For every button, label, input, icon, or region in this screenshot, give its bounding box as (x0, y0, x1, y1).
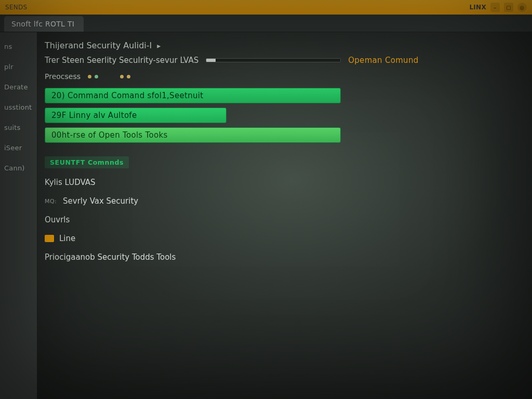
header-row-2: Trer Steen Seerlity Seculrity-sevur LVAS… (45, 56, 523, 65)
sidebar-item-6[interactable]: Cann) (0, 158, 37, 178)
titlebar-controls: LINX – ▢ ◎ (469, 3, 527, 12)
sidebar-item-0[interactable]: ns (0, 36, 37, 57)
sidebar-item-5[interactable]: iSeer (0, 138, 37, 158)
scan-progress (206, 58, 341, 62)
list-item-2[interactable]: Ouvrls (45, 215, 523, 224)
status-dot (127, 75, 130, 78)
window-titlebar: SENDS LINX – ▢ ◎ (0, 0, 532, 15)
result-bar-0[interactable]: 20) Command Comand sfol1,Seetnuit (45, 88, 341, 103)
status-dot (120, 75, 124, 78)
list-item-1[interactable]: MQ: Sevrly Vax Security (45, 196, 523, 206)
main-panel: Thijerand Security Aulidi-I ▸ Trer Steen… (37, 32, 532, 399)
status-dot (88, 75, 91, 78)
sidebar: ns plr Derate usstiont suits iSeer Cann) (0, 32, 37, 399)
expand-icon[interactable]: ▸ (157, 42, 161, 50)
status-dots-1 (88, 75, 98, 78)
result-bar-label: 29F Linny alv Aultofe (51, 111, 137, 120)
sidebar-item-2[interactable]: Derate (0, 77, 37, 97)
status-dots-2 (120, 75, 130, 78)
status-link[interactable]: Opeman Comund (348, 56, 418, 65)
header-row-1: Thijerand Security Aulidi-I ▸ (45, 41, 523, 50)
processes-label: Preocsess (45, 72, 81, 81)
sidebar-item-4[interactable]: suits (0, 117, 37, 138)
section-commands-label: SEUNTFT Comnnds (45, 156, 129, 168)
header-title: Thijerand Security Aulidi-I (45, 41, 152, 50)
minimize-button[interactable]: – (490, 3, 500, 12)
os-label: LINX (469, 4, 486, 11)
header-subtitle: Trer Steen Seerlity Seculrity-sevur LVAS (45, 56, 198, 65)
close-button[interactable]: ◎ (517, 3, 527, 12)
sidebar-item-3[interactable]: usstiont (0, 97, 37, 117)
tab-strip: Snoft lfc ROTL TI (0, 15, 532, 32)
list-item-label: Kylis LUDVAS (45, 178, 96, 187)
result-bar-1[interactable]: 29F Linny alv Aultofe (45, 108, 227, 123)
tab-title: Snoft lfc ROTL TI (11, 20, 74, 28)
list-item-label: Priocigaanob Security Todds Tools (45, 252, 176, 262)
list-item-4[interactable]: Priocigaanob Security Todds Tools (45, 252, 523, 262)
list-item-prefix: MQ: (45, 198, 57, 205)
maximize-button[interactable]: ▢ (504, 3, 513, 12)
warning-chip-icon (45, 235, 54, 242)
list-item-label: Line (59, 234, 75, 243)
sidebar-item-1[interactable]: plr (0, 57, 37, 77)
result-bar-label: 20) Command Comand sfol1,Seetnuit (51, 91, 203, 100)
list-item-label: Ouvrls (45, 215, 70, 224)
list-item-0[interactable]: Kylis LUDVAS (45, 178, 523, 187)
scan-progress-fill (206, 59, 216, 62)
titlebar-left-hint: SENDS (5, 4, 28, 11)
result-bar-2[interactable]: 00ht-rse of Open Tools Tooks (45, 127, 341, 143)
processes-row: Preocsess (45, 72, 523, 81)
list-item-label: Sevrly Vax Security (63, 196, 138, 206)
status-dot (95, 75, 98, 78)
result-bar-label: 00ht-rse of Open Tools Tooks (51, 130, 168, 140)
list-item-3[interactable]: Line (45, 234, 523, 243)
tab-main[interactable]: Snoft lfc ROTL TI (4, 16, 84, 32)
